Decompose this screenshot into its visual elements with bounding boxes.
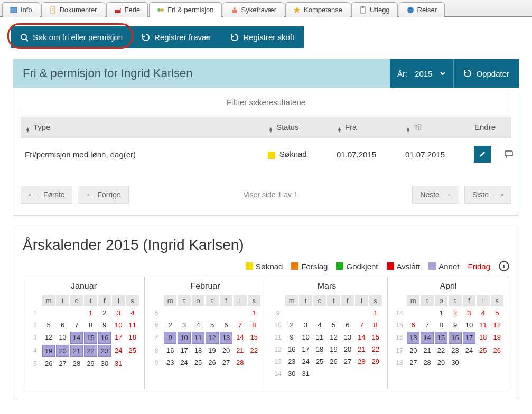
calendar-day[interactable]: 4 — [192, 319, 204, 331]
calendar-day[interactable]: 24 — [299, 356, 312, 367]
calendar-day[interactable]: 18 — [192, 345, 204, 356]
calendar-day[interactable]: 21 — [234, 345, 246, 356]
calendar-day[interactable]: 22 — [435, 345, 447, 356]
calendar-day[interactable]: 8 — [369, 319, 382, 331]
calendar-day[interactable]: 6 — [220, 319, 232, 331]
calendar-day[interactable]: 10 — [112, 319, 125, 331]
calendar-day[interactable]: 21 — [421, 345, 433, 356]
calendar-day[interactable]: 2 — [285, 319, 298, 331]
calendar-day[interactable]: 23 — [98, 345, 111, 357]
calendar-day[interactable]: 21 — [70, 345, 83, 357]
calendar-day[interactable]: 27 — [341, 356, 354, 367]
calendar-day[interactable]: 25 — [192, 357, 204, 368]
calendar-day[interactable]: 23 — [449, 345, 461, 356]
calendar-day[interactable]: 4 — [126, 307, 139, 318]
calendar-day[interactable]: 17 — [112, 332, 125, 344]
calendar-day[interactable]: 11 — [126, 319, 139, 331]
pager-prev[interactable]: ←Forrige — [78, 186, 128, 204]
calendar-day[interactable]: 1 — [369, 307, 382, 318]
calendar-day[interactable]: 26 — [206, 357, 218, 368]
calendar-day[interactable]: 5 — [206, 319, 218, 331]
calendar-day[interactable]: 27 — [220, 357, 232, 368]
calendar-day[interactable]: 31 — [112, 358, 125, 369]
calendar-day[interactable]: 7 — [421, 319, 433, 331]
calendar-day[interactable]: 17 — [463, 332, 475, 344]
calendar-day[interactable]: 14 — [421, 332, 433, 344]
calendar-day[interactable]: 29 — [369, 356, 382, 367]
calendar-day[interactable]: 3 — [112, 307, 125, 318]
calendar-day[interactable]: 19 — [206, 345, 218, 356]
info-icon[interactable]: i — [499, 261, 509, 271]
calendar-day[interactable]: 18 — [126, 332, 139, 344]
col-status[interactable]: ▲▼Status — [268, 123, 337, 133]
calendar-day[interactable]: 12 — [206, 332, 218, 344]
calendar-day[interactable]: 15 — [248, 332, 260, 344]
calendar-day[interactable]: 15 — [369, 332, 382, 343]
calendar-day[interactable]: 9 — [98, 319, 111, 331]
calendar-day[interactable]: 9 — [164, 332, 176, 344]
calendar-day[interactable]: 18 — [313, 344, 326, 355]
calendar-day[interactable]: 5 — [42, 319, 55, 331]
calendar-day[interactable]: 3 — [463, 307, 475, 318]
calendar-day[interactable]: 16 — [164, 345, 176, 356]
calendar-day[interactable]: 11 — [477, 319, 489, 331]
calendar-day[interactable]: 30 — [98, 358, 111, 369]
calendar-day[interactable]: 17 — [178, 345, 190, 356]
calendar-day[interactable]: 28 — [421, 357, 433, 368]
calendar-day[interactable]: 23 — [164, 357, 176, 368]
calendar-day[interactable]: 15 — [84, 332, 97, 344]
edit-button[interactable] — [474, 146, 491, 163]
calendar-day[interactable]: 2 — [98, 307, 111, 318]
calendar-day[interactable]: 20 — [341, 344, 354, 355]
calendar-day[interactable]: 19 — [327, 344, 340, 355]
calendar-day[interactable]: 2 — [449, 307, 461, 318]
calendar-day[interactable]: 8 — [84, 319, 97, 331]
calendar-day[interactable]: 31 — [299, 368, 312, 379]
pager-last[interactable]: Siste⟶ — [464, 186, 511, 204]
calendar-day[interactable]: 10 — [299, 332, 312, 343]
tab-ferie[interactable]: Ferie — [106, 2, 148, 17]
calendar-day[interactable]: 30 — [449, 357, 461, 368]
calendar-day[interactable]: 17 — [299, 344, 312, 355]
calendar-day[interactable]: 13 — [220, 332, 232, 344]
calendar-day[interactable]: 29 — [84, 358, 97, 369]
calendar-day[interactable]: 20 — [220, 345, 232, 356]
calendar-day[interactable]: 8 — [248, 319, 260, 331]
tab-info[interactable]: Info — [2, 2, 40, 17]
col-fra[interactable]: ▲▼Fra — [337, 123, 406, 133]
calendar-day[interactable]: 11 — [192, 332, 204, 344]
calendar-day[interactable]: 5 — [327, 319, 340, 331]
calendar-day[interactable]: 14 — [234, 332, 246, 344]
calendar-day[interactable]: 6 — [407, 319, 419, 331]
calendar-day[interactable]: 15 — [435, 332, 447, 344]
calendar-day[interactable]: 16 — [98, 332, 111, 344]
calendar-day[interactable]: 24 — [178, 357, 190, 368]
col-til[interactable]: ▲▼Til — [406, 123, 474, 133]
calendar-day[interactable]: 16 — [449, 332, 461, 344]
calendar-day[interactable]: 3 — [299, 319, 312, 331]
calendar-day[interactable]: 1 — [84, 307, 97, 318]
calendar-day[interactable]: 4 — [313, 319, 326, 331]
calendar-day[interactable]: 25 — [126, 345, 139, 357]
calendar-day[interactable]: 20 — [56, 345, 69, 357]
tab-sykefrav-r[interactable]: Sykefravær — [223, 2, 284, 17]
calendar-day[interactable]: 3 — [178, 319, 190, 331]
calendar-day[interactable]: 11 — [313, 332, 326, 343]
calendar-day[interactable]: 26 — [491, 345, 503, 356]
calendar-day[interactable]: 24 — [463, 345, 475, 356]
calendar-day[interactable]: 20 — [407, 345, 419, 356]
year-selector[interactable]: År: 2015 — [390, 59, 454, 88]
calendar-day[interactable]: 27 — [407, 357, 419, 368]
pager-next[interactable]: Neste→ — [412, 186, 459, 204]
calendar-day[interactable]: 7 — [355, 319, 368, 331]
calendar-day[interactable]: 13 — [56, 332, 69, 344]
tab-reiser[interactable]: Reiser — [399, 2, 445, 17]
comment-button[interactable] — [500, 146, 517, 163]
tab-utlegg[interactable]: Utlegg — [351, 2, 398, 17]
tab-fri-permisjon[interactable]: Fri & permisjon — [149, 2, 221, 17]
calendar-day[interactable]: 8 — [435, 319, 447, 331]
calendar-day[interactable]: 28 — [70, 358, 83, 369]
calendar-day[interactable]: 1 — [435, 307, 447, 318]
calendar-day[interactable]: 22 — [369, 344, 382, 355]
calendar-day[interactable]: 9 — [285, 332, 298, 343]
